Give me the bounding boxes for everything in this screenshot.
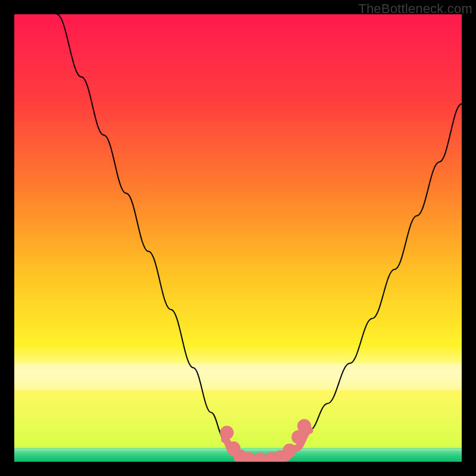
marker-dot [220,426,234,440]
gradient-background [14,14,462,462]
chart-frame [14,14,462,462]
watermark-text: TheBottleneck.com [358,1,472,17]
marker-dot [283,444,296,458]
bottleneck-curve-chart [14,14,462,462]
pale-yellow-band [14,364,462,390]
marker-dot [298,419,311,433]
